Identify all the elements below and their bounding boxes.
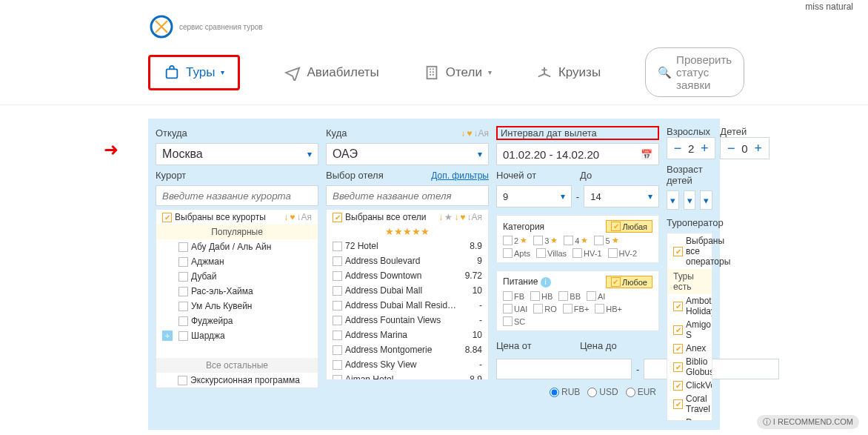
checkbox[interactable]: ✔	[333, 331, 342, 340]
operator-item[interactable]: Amigo S	[686, 319, 711, 340]
adults-stepper[interactable]: − 2 +	[667, 137, 715, 159]
meal-FB+[interactable]: ✔ FB+	[563, 304, 589, 313]
checkbox[interactable]: ✔	[333, 316, 342, 325]
checkbox[interactable]: ✔	[673, 362, 683, 372]
checkbox[interactable]: ✔	[178, 331, 188, 341]
nights-from-select[interactable]: 9▾	[496, 185, 572, 207]
to-select[interactable]: ОАЭ ▾	[326, 143, 489, 165]
currency-eur[interactable]: EUR	[626, 387, 656, 397]
badge-any-category[interactable]: ✔Любая	[606, 220, 652, 233]
meal-AI[interactable]: ✔ AI	[587, 291, 605, 301]
checkbox[interactable]: ✔	[673, 302, 683, 311]
checkbox[interactable]: ✔	[333, 242, 342, 251]
roomtype-Apts[interactable]: ✔ Apts	[503, 248, 530, 258]
resort-item[interactable]: Аджман	[191, 256, 224, 267]
minus-button[interactable]: −	[721, 138, 741, 159]
operator-item[interactable]: Ambotis Holidays	[686, 296, 712, 316]
checkbox[interactable]: ✔	[333, 271, 342, 281]
checkbox[interactable]: ✔	[333, 360, 342, 370]
hotel-item[interactable]: Address Dubai Mall Resid…	[345, 300, 456, 311]
star-2[interactable]: ✔ 2★	[503, 236, 527, 245]
dates-input[interactable]: 01.02.20 - 14.02.20 📅	[496, 143, 659, 165]
meal-UAI[interactable]: ✔ UAI	[503, 304, 527, 313]
resort-item[interactable]: Шарджа	[191, 331, 225, 341]
operator-item[interactable]: De Visu	[686, 417, 706, 420]
currency-rub[interactable]: RUB	[550, 387, 580, 397]
checkbox[interactable]: ✔	[673, 399, 683, 409]
age-select[interactable]: ▾	[684, 190, 696, 210]
sort-icons[interactable]: ↓♥ ↓Aя	[284, 212, 312, 222]
hotel-item[interactable]: 72 Hotel	[345, 241, 378, 251]
meal-SC[interactable]: ✔ SC	[503, 316, 525, 326]
checkbox[interactable]: ✔	[178, 272, 188, 282]
checkbox[interactable]: ✔	[178, 376, 187, 385]
resort-item[interactable]: Абу Даби / Аль Айн	[191, 242, 271, 252]
meal-HB+[interactable]: ✔ HB+	[595, 304, 622, 313]
star-4[interactable]: ✔ 4★	[564, 236, 588, 245]
minus-button[interactable]: −	[667, 138, 688, 159]
roomtype-Villas[interactable]: ✔ Villas	[536, 248, 567, 258]
children-stepper[interactable]: − 0 +	[720, 137, 769, 159]
resort-item[interactable]: Дубай	[191, 271, 217, 282]
checkbox[interactable]: ✔	[673, 247, 683, 256]
checkbox[interactable]: ✔	[673, 381, 683, 391]
nav-cruises[interactable]: Круизы	[536, 64, 601, 81]
checkbox[interactable]: ✔	[333, 345, 342, 355]
checkbox[interactable]: ✔	[178, 302, 188, 311]
check-status-button[interactable]: 🔍 Проверить статус заявки	[645, 47, 744, 97]
hotel-item[interactable]: Address Fountain Views	[345, 315, 441, 325]
plus-button[interactable]: +	[748, 138, 769, 159]
operator-item[interactable]: Biblio Globus	[686, 356, 712, 377]
checkbox[interactable]: ✔	[333, 286, 342, 296]
checkbox[interactable]: ✔	[673, 344, 683, 353]
from-select[interactable]: Москва ▾	[156, 143, 318, 165]
checkbox[interactable]: ✔	[333, 301, 342, 311]
checkbox[interactable]: ✔	[333, 213, 342, 222]
hotel-item[interactable]: Address Dubai Mall	[345, 285, 422, 296]
age-select[interactable]: ▾	[667, 190, 679, 210]
more-filters-link[interactable]: Доп. фильтры	[431, 170, 489, 181]
checkbox[interactable]: ✔	[333, 375, 342, 380]
roomtype-HV-1[interactable]: ✔ HV-1	[572, 248, 601, 258]
nav-tours[interactable]: Туры ▾	[148, 55, 240, 90]
meal-BB[interactable]: ✔ BB	[558, 291, 581, 301]
expand-icon[interactable]: +	[162, 331, 173, 341]
resort-item[interactable]: Рас-эль-Хайма	[191, 286, 253, 296]
checkbox[interactable]: ✔	[178, 242, 188, 252]
badge-any-meal[interactable]: ✔Любое	[606, 276, 652, 288]
checkbox[interactable]: ✔	[178, 257, 188, 267]
meal-RO[interactable]: ✔ RO	[533, 304, 557, 313]
hotel-item[interactable]: Address Montgomerie	[345, 345, 432, 355]
resort-item[interactable]: Ум Аль Кувейн	[191, 301, 253, 311]
sort-icons[interactable]: ↓♥ ↓Aя	[461, 128, 489, 139]
nav-hotels[interactable]: Отели ▾	[424, 64, 492, 81]
sort-icons[interactable]: ↓★ ↓♥ ↓Aя	[438, 212, 482, 222]
checkbox[interactable]: ✔	[178, 316, 188, 326]
hotel-item[interactable]: Address Downtown	[345, 270, 421, 281]
operator-item[interactable]: Coral Travel	[686, 394, 710, 414]
nights-to-select[interactable]: 14▾	[584, 185, 659, 207]
hotel-item[interactable]: Address Marina	[345, 330, 407, 340]
operator-item[interactable]: ClickVoyage	[686, 380, 712, 391]
star-filter[interactable]: ★★★★★	[327, 225, 488, 239]
checkbox[interactable]: ✔	[333, 256, 342, 266]
price-from-input[interactable]	[496, 359, 632, 379]
checkbox[interactable]: ✔	[178, 287, 188, 296]
checkbox[interactable]: ✔	[162, 213, 172, 222]
age-select[interactable]: ▾	[700, 190, 712, 210]
roomtype-HV-2[interactable]: ✔ HV-2	[608, 248, 637, 258]
resort-item[interactable]: Фуджейра	[191, 316, 233, 326]
operator-item[interactable]: Anex	[686, 343, 706, 353]
star-3[interactable]: ✔ 3★	[533, 236, 558, 245]
checkbox[interactable]: ✔	[673, 325, 683, 335]
meal-HB[interactable]: ✔ HB	[530, 291, 552, 301]
hotel-item[interactable]: Address Boulevard	[345, 256, 420, 266]
meal-FB[interactable]: ✔ FB	[503, 291, 524, 301]
nav-flights[interactable]: Авиабилеты	[284, 64, 378, 81]
currency-usd[interactable]: USD	[587, 387, 618, 397]
star-5[interactable]: ✔ 5★	[594, 236, 618, 245]
resort-input[interactable]	[156, 185, 318, 206]
hotel-item[interactable]: Address Sky View	[345, 359, 417, 370]
hotel-item[interactable]: Ajman Hotel	[345, 374, 393, 379]
plus-button[interactable]: +	[694, 138, 715, 159]
